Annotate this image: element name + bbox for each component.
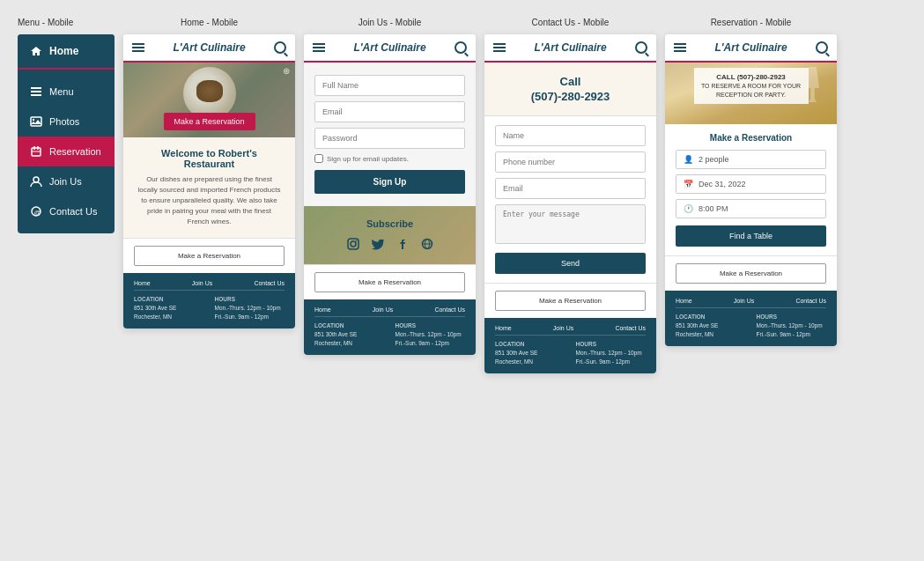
fullname-input[interactable] <box>314 75 465 96</box>
home-footer-nav-joinus[interactable]: Join Us <box>192 280 212 286</box>
twitter-icon[interactable] <box>370 236 386 252</box>
home-footer-location-label: LOCATION <box>134 296 204 302</box>
people-icon: 👤 <box>684 155 693 164</box>
home-footer-nav-contact[interactable]: Contact Us <box>254 280 285 286</box>
contact-hamburger-icon[interactable] <box>493 43 506 52</box>
joinus-footer-nav-joinus[interactable]: Join Us <box>373 306 393 313</box>
find-table-button[interactable]: Find a Table <box>676 225 826 247</box>
contact-footer-nav: Home Join Us Contact Us <box>495 325 646 336</box>
home-footer-location: LOCATION 851 30th Ave SERochester, MN <box>134 296 204 321</box>
sidebar-screen-label: Menu - Mobile <box>18 18 115 27</box>
contact-footer-reservation-button[interactable]: Make a Reservation <box>495 291 646 311</box>
sidebar-item-reservation-label: Reservation <box>49 146 101 157</box>
email-input[interactable] <box>314 101 465 122</box>
sidebar-item-contact[interactable]: @ Contact Us <box>18 196 115 226</box>
joinus-mobile-header: L'Art Culinaire <box>304 34 476 63</box>
reservation-footer-hours-text: Mon.-Thurs. 12pm - 10pmFri.-Sun. 9am - 1… <box>757 321 827 339</box>
reservation-footer-info: LOCATION 851 30th Ave SERochester, MN HO… <box>676 314 826 339</box>
sidebar-navigation: Menu Photos Reservation <box>18 70 115 233</box>
reservation-form-section: Make a Reservation 👤 2 people 📅 Dec 31, … <box>665 124 837 255</box>
contact-footer-location-label: LOCATION <box>495 341 565 347</box>
home-footer-hours-label: HOURS <box>215 296 285 302</box>
clock-icon: 🕐 <box>684 204 693 213</box>
reservation-search-icon[interactable] <box>816 41 828 54</box>
reservation-footer-location-label: LOCATION <box>676 314 746 320</box>
home-footer-nav: Home Join Us Contact Us <box>134 280 285 291</box>
home-footer-reservation-button[interactable]: Make a Reservation <box>134 246 285 266</box>
joinus-footer-btn-section: Make a Reservation <box>304 264 476 299</box>
joinus-footer-location-text: 851 30th Ave SERochester, MN <box>314 330 385 348</box>
sidebar-item-photos-label: Photos <box>49 116 79 127</box>
reservation-time-row[interactable]: 🕐 8:00 PM <box>676 199 826 218</box>
facebook-icon[interactable] <box>395 236 410 252</box>
reservation-mobile-screen: L'Art Culinaire CALL (507)-280-2923 TO R… <box>665 34 837 346</box>
password-input[interactable] <box>314 128 465 149</box>
reservation-footer-location-text: 851 30th Ave SERochester, MN <box>676 321 746 339</box>
home-welcome-text: Our dishes are prepared using the finest… <box>136 174 283 227</box>
joinus-footer-nav-home[interactable]: Home <box>314 306 331 313</box>
sidebar-home-label: Home <box>49 45 78 57</box>
reservation-form-title: Make a Reservation <box>676 133 826 143</box>
joinus-search-icon[interactable] <box>455 41 467 54</box>
signup-button[interactable]: Sign Up <box>314 170 465 194</box>
svg-point-9 <box>33 177 39 182</box>
home-footer-nav-home[interactable]: Home <box>134 280 151 286</box>
reservation-footer-nav-joinus[interactable]: Join Us <box>734 298 754 304</box>
contact-footer-nav-home[interactable]: Home <box>495 325 512 331</box>
reservation-hamburger-icon[interactable] <box>674 43 686 52</box>
home-footer-info: LOCATION 851 30th Ave SERochester, MN HO… <box>134 296 285 321</box>
contact-footer-nav-joinus[interactable]: Join Us <box>553 325 573 331</box>
reservation-footer-nav-contact[interactable]: Contact Us <box>795 298 826 304</box>
svg-text:@: @ <box>34 209 41 217</box>
contact-screen-label: Contact Us - Mobile <box>484 18 656 27</box>
contact-search-icon[interactable] <box>635 41 647 54</box>
reservation-icon <box>30 145 42 158</box>
home-search-icon[interactable] <box>274 41 286 54</box>
sidebar-item-reservation[interactable]: Reservation <box>18 137 115 166</box>
home-mobile-screen: L'Art Culinaire ⊕ Make a Reservation Wel… <box>123 34 295 328</box>
joinus-hamburger-icon[interactable] <box>313 43 325 52</box>
reservation-footer-nav-home[interactable]: Home <box>676 298 692 304</box>
reservation-mobile-header: L'Art Culinaire <box>665 34 837 63</box>
joinus-footer-location-label: LOCATION <box>314 322 385 328</box>
contact-icon: @ <box>30 205 42 218</box>
reservation-date-value: Dec 31, 2022 <box>699 180 746 188</box>
sidebar-item-menu[interactable]: Menu <box>18 77 115 107</box>
joinus-footer-hours-text: Mon.-Thurs. 12pm - 10pmFri.-Sun. 9am - 1… <box>395 330 466 348</box>
home-zoom-icon[interactable]: ⊕ <box>283 66 290 76</box>
home-footer-btn-section: Make a Reservation <box>123 238 295 273</box>
contact-mobile-screen: L'Art Culinaire Call (507)-280-2923 Send… <box>484 34 656 373</box>
sidebar-item-joinus-label: Join Us <box>49 176 82 187</box>
contact-name-input[interactable] <box>495 125 646 146</box>
sidebar-home-item[interactable]: Home <box>30 45 102 57</box>
home-hamburger-icon[interactable] <box>132 43 144 52</box>
email-updates-checkbox[interactable] <box>314 154 323 163</box>
contact-call-number: (507)-280-2923 <box>497 90 644 103</box>
contact-email-input[interactable] <box>495 178 646 199</box>
contact-footer-nav-contact[interactable]: Contact Us <box>615 325 646 331</box>
reservation-hero-section: CALL (507)-280-2923 TO RESERVE A ROOM FO… <box>665 63 837 124</box>
joinus-form-section: Sign up for email updates. Sign Up <box>304 63 476 206</box>
reservation-date-row[interactable]: 📅 Dec 31, 2022 <box>676 174 826 194</box>
globe-icon[interactable] <box>419 236 435 252</box>
home-reservation-button[interactable]: Make a Reservation <box>163 113 255 130</box>
contact-message-input[interactable] <box>495 204 646 244</box>
contact-phone-input[interactable] <box>495 151 646 173</box>
contact-footer: Home Join Us Contact Us LOCATION 851 30t… <box>484 318 656 373</box>
svg-point-14 <box>355 240 357 242</box>
contact-footer-location-text: 851 30th Ave SERochester, MN <box>495 349 565 366</box>
reservation-people-row[interactable]: 👤 2 people <box>676 150 826 169</box>
joinus-footer: Home Join Us Contact Us LOCATION 851 30t… <box>304 299 476 355</box>
subscribe-title: Subscribe <box>316 218 463 229</box>
contact-send-button[interactable]: Send <box>495 253 646 274</box>
svg-rect-12 <box>348 239 359 249</box>
reservation-call-sub: TO RESERVE A ROOM FOR YOUR RECEPTION OR … <box>701 83 801 98</box>
reservation-footer-reservation-button[interactable]: Make a Reservation <box>676 263 826 284</box>
joinus-footer-nav-contact[interactable]: Contact Us <box>434 306 465 313</box>
subscribe-section: Subscribe <box>304 206 476 264</box>
instagram-icon[interactable] <box>345 236 361 252</box>
sidebar-item-photos[interactable]: Photos <box>18 107 115 137</box>
sidebar-item-joinus[interactable]: Join Us <box>18 166 115 196</box>
joinus-footer-reservation-button[interactable]: Make a Reservation <box>314 272 465 292</box>
reservation-footer: Home Join Us Contact Us LOCATION 851 30t… <box>665 291 837 346</box>
